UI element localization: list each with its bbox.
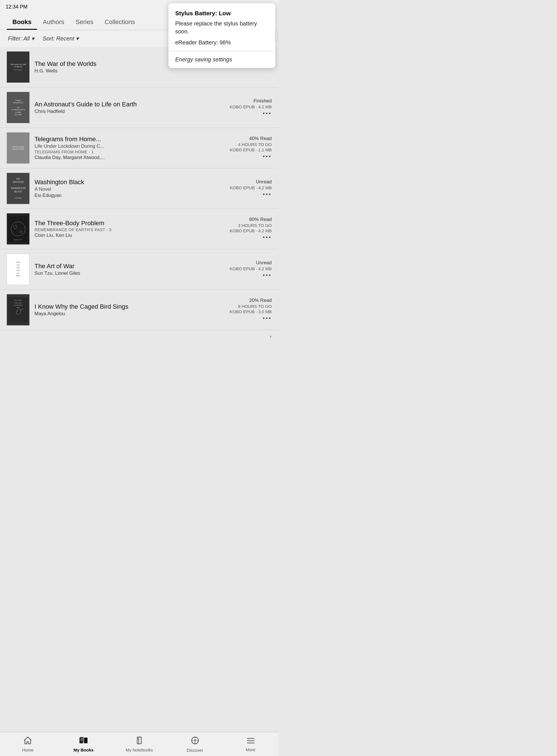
status-time: 12:34 PM: [6, 4, 27, 10]
svg-text:I Know Why: I Know Why: [14, 302, 22, 304]
book-meta: Unread KOBO EPUB · 4.2 MB •••: [229, 260, 272, 279]
book-format: KOBO EPUB · 4.2 MB: [230, 185, 272, 190]
book-title: Washington Black: [34, 179, 224, 186]
book-meta: 20% Read 8 HOURS TO GO KOBO EPUB · 3.0 M…: [229, 298, 272, 322]
book-status: Unread: [256, 260, 272, 266]
book-title: I Know Why the Caged Bird Sings: [34, 303, 224, 310]
book-meta: 80% Read 3 HOURS TO GO KOBO EPUB · 4.2 M…: [229, 217, 272, 241]
book-author: Chris Hadfield: [34, 109, 224, 114]
list-item[interactable]: TELEGRAMSFROM HOME Telegrams from Home..…: [0, 128, 278, 168]
book-cover: ESIEDUGYANWASHINGTONBLACKA NOVEL: [7, 173, 29, 204]
book-author: Claudia Day, Margaret Atwood,...: [34, 155, 224, 160]
book-format: KOBO EPUB · 3.0 MB: [230, 309, 272, 314]
popup-ereader-battery: eReader Battery: 98%: [175, 39, 269, 46]
svg-text:the Caged Bird: the Caged Bird: [14, 304, 23, 306]
book-format: KOBO EPUB · 4.2 MB: [230, 228, 272, 233]
svg-point-13: [17, 311, 18, 311]
book-status: Finished: [254, 98, 272, 104]
book-status: 40% Read: [250, 136, 272, 142]
book-menu-button[interactable]: •••: [263, 191, 272, 198]
book-series: TELEGRAMS FROM HOME - 1: [34, 150, 224, 154]
book-meta: Unread KOBO EPUB · 4.2 MB •••: [229, 179, 272, 198]
book-title: Telegrams from Home...: [34, 135, 224, 143]
book-hours: 3 HOURS TO GO: [238, 223, 272, 228]
book-title: An Astronaut's Guide to Life on Earth: [34, 101, 224, 108]
book-cover: Maya Angelou I Know Why the Caged Bird S…: [7, 294, 29, 325]
filter-label: Filter: All: [8, 35, 30, 42]
book-hours: 4 HOURS TO GO: [238, 142, 272, 147]
book-cover: THE WAR OF THE WORLDS kobo edition: [7, 52, 29, 83]
book-cover: TELEGRAMSFROM HOME: [7, 132, 29, 163]
book-info: I Know Why the Caged Bird Sings Maya Ang…: [34, 303, 224, 316]
book-subtitle: Life Under Lockdown During C...: [34, 144, 224, 149]
book-format: KOBO EPUB · 1.1 MB: [230, 147, 272, 152]
book-cover: THREE-BODY: [7, 213, 29, 244]
tab-authors[interactable]: Authors: [37, 13, 70, 30]
filter-dropdown[interactable]: Filter: All ▾: [8, 35, 34, 42]
book-info: The Three-Body Problem REMEMBRANCE OF EA…: [34, 219, 224, 238]
book-author: Esi Edugyan: [34, 193, 224, 198]
list-item[interactable]: CHRISHADFIELDANASTRONAUT'SGUIDETO LIFE A…: [0, 87, 278, 128]
book-list: THE WAR OF THE WORLDS kobo edition The W…: [0, 47, 278, 342]
book-author: H.G. Wells: [34, 68, 272, 74]
book-status: 20% Read: [250, 298, 272, 303]
popup-title: Stylus Battery: Low: [175, 10, 269, 17]
book-menu-button[interactable]: •••: [263, 272, 272, 279]
book-info: Telegrams from Home... Life Under Lockdo…: [34, 135, 224, 160]
book-info: The Art of War Sun Tzu, Lionel Giles: [34, 263, 224, 276]
book-author: Sun Tzu, Lionel Giles: [34, 271, 224, 276]
svg-text:THREE-BODY: THREE-BODY: [13, 239, 23, 241]
book-format: KOBO EPUB · 4.2 MB: [230, 266, 272, 271]
svg-text:Sings: Sings: [17, 307, 20, 308]
list-item[interactable]: Maya Angelou I Know Why the Caged Bird S…: [0, 290, 278, 330]
book-menu-button[interactable]: •••: [263, 234, 272, 241]
book-meta: 40% Read 4 HOURS TO GO KOBO EPUB · 1.1 M…: [229, 136, 272, 160]
book-cover: SUNTZUTHEARTOFWAR: [7, 254, 29, 285]
popup-energy-settings-link[interactable]: Energy saving settings: [175, 51, 269, 68]
book-status: 80% Read: [250, 217, 272, 222]
book-subtitle: A Novel: [34, 186, 224, 192]
scroll-down-icon: ›: [270, 332, 272, 340]
tab-series[interactable]: Series: [70, 13, 99, 30]
book-info: Washington Black A Novel Esi Edugyan: [34, 179, 224, 198]
battery-popup: Stylus Battery: Low Please replace the s…: [168, 3, 276, 68]
book-meta: Finished KOBO EPUB · 4.2 MB •••: [229, 98, 272, 117]
book-author: Cixin Liu, Ken Liu: [34, 233, 224, 238]
list-item[interactable]: ESIEDUGYANWASHINGTONBLACKA NOVEL Washing…: [0, 168, 278, 209]
sort-label: Sort: Recent: [43, 35, 74, 42]
book-hours: 8 HOURS TO GO: [238, 304, 272, 309]
tab-books[interactable]: Books: [7, 13, 37, 30]
book-title: The Art of War: [34, 263, 224, 270]
book-title: The Three-Body Problem: [34, 219, 224, 227]
list-item[interactable]: SUNTZUTHEARTOFWAR The Art of War Sun Tzu…: [0, 249, 278, 290]
book-author: Maya Angelou: [34, 311, 224, 316]
book-menu-button[interactable]: •••: [263, 153, 272, 160]
sort-chevron-icon: ▾: [76, 35, 79, 42]
book-status: Unread: [256, 179, 272, 185]
tab-collections[interactable]: Collections: [99, 13, 141, 30]
book-menu-button[interactable]: •••: [263, 314, 272, 322]
scroll-indicator: ›: [0, 330, 278, 342]
book-menu-button[interactable]: •••: [263, 110, 272, 117]
book-cover: CHRISHADFIELDANASTRONAUT'SGUIDETO LIFE: [7, 92, 29, 123]
book-info: An Astronaut's Guide to Life on Earth Ch…: [34, 101, 224, 114]
popup-side-tab: [275, 29, 278, 43]
popup-description: Please replace the stylus battery soon.: [175, 20, 269, 35]
filter-chevron-icon: ▾: [31, 35, 34, 42]
book-series: REMEMBRANCE OF EARTH'S PAST - 3: [34, 228, 224, 232]
sort-dropdown[interactable]: Sort: Recent ▾: [43, 35, 79, 42]
svg-text:Maya Angelou: Maya Angelou: [14, 299, 22, 301]
book-format: KOBO EPUB · 4.2 MB: [230, 104, 272, 109]
list-item[interactable]: THREE-BODY The Three-Body Problem REMEMB…: [0, 209, 278, 249]
